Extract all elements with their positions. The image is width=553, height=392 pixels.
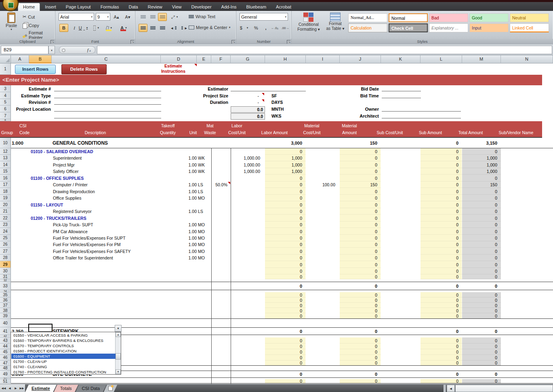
- grid-cell[interactable]: 0: [340, 248, 381, 255]
- row-header-27[interactable]: 27: [0, 248, 11, 255]
- grid-cell[interactable]: 0: [340, 268, 381, 274]
- style-chip-check[interactable]: Check Cell: [389, 23, 428, 32]
- next-sheet-button[interactable]: ▶: [13, 386, 19, 391]
- grid-cell[interactable]: 1.00: [161, 188, 197, 195]
- grid-cell[interactable]: 0: [340, 261, 381, 268]
- grid-cell[interactable]: 3,000: [265, 138, 306, 148]
- grid-cell[interactable]: 0: [462, 268, 501, 274]
- column-header-B[interactable]: B: [29, 55, 52, 63]
- grid-cell[interactable]: 0: [462, 328, 501, 335]
- grid-cell[interactable]: 0: [421, 313, 462, 318]
- grid-cell[interactable]: WK: [198, 155, 211, 161]
- dropdown-item-01700[interactable]: 01700 - CLEAN-UP: [11, 359, 116, 364]
- row-header-14[interactable]: 14: [0, 161, 11, 168]
- column-header-I[interactable]: I: [306, 55, 340, 63]
- row-header-22[interactable]: 22: [0, 215, 11, 221]
- grid-cell[interactable]: 1,000: [265, 155, 306, 161]
- grid-cell[interactable]: 0: [421, 255, 462, 261]
- grid-cell[interactable]: 0: [340, 313, 381, 318]
- insert-function-area[interactable]: ƒx: [59, 46, 95, 54]
- grid-cell[interactable]: 0: [421, 228, 462, 235]
- tab-split-handle[interactable]: [444, 385, 446, 392]
- grid-cell[interactable]: 1.00: [161, 221, 197, 228]
- row-header-35[interactable]: 35: [0, 292, 11, 297]
- increase-decimal-button[interactable]: ←.0₀: [270, 24, 279, 32]
- grid-cell[interactable]: 0: [340, 274, 381, 279]
- grid-cell[interactable]: 0: [265, 221, 306, 228]
- font-size-select[interactable]: 9▾: [96, 13, 110, 21]
- grid-cell[interactable]: 0: [421, 215, 462, 221]
- row-header-15[interactable]: 15: [0, 168, 11, 175]
- grid-cell[interactable]: 0: [340, 292, 381, 297]
- grid-cell[interactable]: 1.00: [161, 208, 197, 215]
- grid-cell[interactable]: 0: [462, 282, 501, 290]
- orientation-button[interactable]: ⤢▾: [170, 13, 179, 21]
- decrease-decimal-button[interactable]: .00→: [281, 24, 290, 32]
- grid-cell[interactable]: 0: [421, 201, 462, 208]
- grid-cell[interactable]: 1.000: [12, 138, 40, 148]
- grid-cell[interactable]: 0: [340, 201, 381, 208]
- grid-cell[interactable]: 0: [265, 215, 306, 221]
- column-header-M[interactable]: M: [462, 55, 501, 63]
- grid-cell[interactable]: 1,000.00: [231, 168, 262, 175]
- accounting-format-button[interactable]: $ ▾: [240, 24, 248, 32]
- last-sheet-button[interactable]: ▶▶: [19, 386, 25, 391]
- borders-button[interactable]: ▾: [92, 24, 101, 32]
- grid-cell[interactable]: 1,000: [462, 155, 501, 161]
- grid-cell[interactable]: 0: [421, 274, 462, 279]
- grid-cell[interactable]: 0: [340, 371, 381, 377]
- grid-cell[interactable]: Pick-Up Truck- SUPT: [53, 221, 162, 228]
- grid-cell[interactable]: 0: [265, 292, 306, 297]
- grid-cell[interactable]: 0: [340, 344, 381, 349]
- grid-cell[interactable]: 0: [462, 355, 501, 360]
- grid-cell[interactable]: Registered Surveyor: [53, 208, 162, 215]
- grid-cell[interactable]: Drawing Reproduction: [53, 188, 162, 195]
- delete-rows-button[interactable]: Delete Rows: [61, 64, 107, 74]
- grid-cell[interactable]: 0: [421, 379, 462, 383]
- grid-cell[interactable]: 0: [265, 175, 306, 181]
- row-header-17[interactable]: 17: [0, 181, 11, 188]
- grid-cell[interactable]: 0: [462, 221, 501, 228]
- grid-cell[interactable]: Project Mgr: [53, 161, 162, 168]
- row-header-31[interactable]: 31: [0, 274, 11, 279]
- dropdown-item-01570[interactable]: 01570 - TEMPORARY CONTROLS: [11, 343, 116, 348]
- align-center-button[interactable]: [148, 24, 157, 32]
- grid-cell[interactable]: 0: [421, 148, 462, 155]
- ribbon-tab-review[interactable]: Review: [143, 3, 167, 11]
- dropdown-item-01760[interactable]: 01760 - PROTECTING INSTALLED CONSTRUCTIO…: [11, 369, 116, 375]
- style-chip-linked[interactable]: Linked Cell: [510, 23, 549, 32]
- grid-cell[interactable]: 0: [265, 228, 306, 235]
- grid-cell[interactable]: 0: [421, 261, 462, 268]
- grid-cell[interactable]: 0: [265, 274, 306, 279]
- grid-cell[interactable]: 0: [340, 235, 381, 241]
- style-chip-input[interactable]: Input: [469, 23, 509, 32]
- first-sheet-button[interactable]: ◀◀: [1, 386, 6, 391]
- grid-cell[interactable]: 0: [421, 155, 462, 161]
- grid-cell[interactable]: 0: [265, 148, 306, 155]
- comma-style-button[interactable]: ,: [261, 24, 270, 32]
- grid-cell[interactable]: 0: [340, 303, 381, 308]
- grid-cell[interactable]: 0: [421, 188, 462, 195]
- grid-cell[interactable]: 01200 - TRUCKS/TRAILERS: [31, 215, 164, 221]
- grid-cell[interactable]: 0: [421, 303, 462, 308]
- align-middle-button[interactable]: [148, 13, 157, 21]
- dropdown-item-01740[interactable]: 01740 - CLEANING: [11, 364, 116, 369]
- grid-cell[interactable]: 0: [265, 201, 306, 208]
- grid-cell[interactable]: 1,000.00: [231, 161, 262, 168]
- grid-cell[interactable]: 0: [421, 282, 462, 290]
- format-as-table-button[interactable]: Formatas Table ▾: [325, 13, 346, 31]
- ribbon-tab-formulas[interactable]: Formulas: [96, 3, 124, 11]
- grid-cell[interactable]: 0: [340, 328, 381, 335]
- duration-months-value[interactable]: 0.0: [231, 106, 265, 113]
- grid-cell[interactable]: 1.00: [161, 161, 197, 168]
- row-header-19[interactable]: 19: [0, 195, 11, 201]
- sheet-tab-csi-data[interactable]: CSI Data: [76, 385, 107, 392]
- grid-cell[interactable]: 0: [462, 175, 501, 181]
- column-header-C[interactable]: C: [52, 55, 161, 63]
- grid-cell[interactable]: 150: [462, 181, 501, 188]
- duration-weeks-value[interactable]: 0.0: [231, 113, 265, 120]
- grid-cell[interactable]: 1.00: [161, 235, 197, 241]
- grid-cell[interactable]: 0: [421, 308, 462, 313]
- grid-cell[interactable]: 0: [421, 168, 462, 175]
- selected-cell-b29[interactable]: [28, 324, 53, 332]
